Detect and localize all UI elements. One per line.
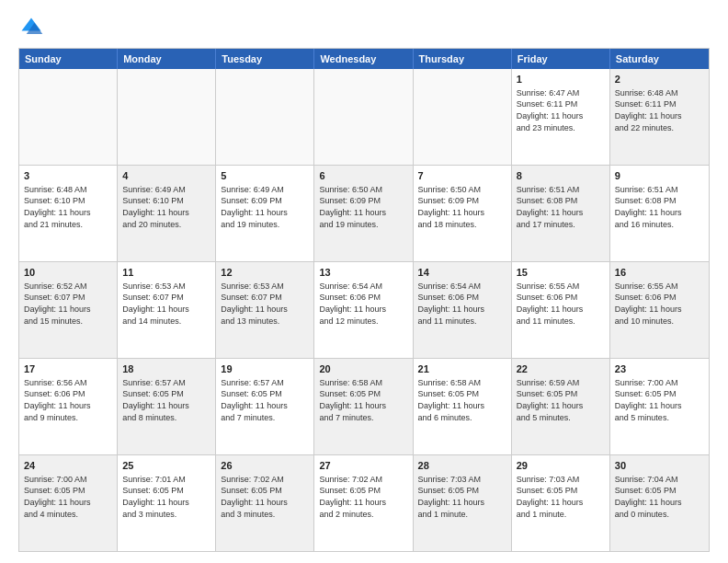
cell-info-text: Sunrise: 7:02 AM bbox=[319, 474, 407, 486]
day-number: 9 bbox=[615, 169, 704, 183]
cell-info-text: Sunset: 6:05 PM bbox=[418, 388, 506, 400]
calendar-cell: 25Sunrise: 7:01 AMSunset: 6:05 PMDayligh… bbox=[118, 455, 216, 551]
calendar-row-4: 17Sunrise: 6:56 AMSunset: 6:06 PMDayligh… bbox=[19, 358, 709, 454]
day-number: 16 bbox=[615, 266, 704, 280]
cell-info-text: Daylight: 11 hours bbox=[319, 497, 407, 509]
cell-info-text: Daylight: 11 hours bbox=[221, 207, 309, 219]
calendar-row-5: 24Sunrise: 7:00 AMSunset: 6:05 PMDayligh… bbox=[19, 454, 709, 551]
calendar-cell: 10Sunrise: 6:52 AMSunset: 6:07 PMDayligh… bbox=[19, 262, 118, 358]
calendar-row-1: 1Sunrise: 6:47 AMSunset: 6:11 PMDaylight… bbox=[19, 69, 709, 165]
calendar-header-thursday: Thursday bbox=[414, 49, 512, 69]
cell-info-text: Daylight: 11 hours bbox=[24, 400, 112, 412]
day-number: 11 bbox=[122, 266, 210, 280]
cell-info-text: Daylight: 11 hours bbox=[517, 400, 605, 412]
calendar-cell: 18Sunrise: 6:57 AMSunset: 6:05 PMDayligh… bbox=[118, 359, 216, 454]
cell-info-text: Daylight: 11 hours bbox=[517, 497, 605, 509]
day-number: 17 bbox=[24, 362, 112, 376]
cell-info-text: and 7 minutes. bbox=[221, 412, 309, 424]
cell-info-text: and 8 minutes. bbox=[122, 412, 210, 424]
cell-info-text: Sunset: 6:05 PM bbox=[319, 485, 407, 497]
cell-info-text: Daylight: 11 hours bbox=[615, 304, 704, 316]
cell-info-text: Sunset: 6:10 PM bbox=[24, 195, 112, 207]
day-number: 23 bbox=[615, 362, 704, 376]
cell-info-text: and 5 minutes. bbox=[615, 412, 704, 424]
cell-info-text: and 19 minutes. bbox=[221, 219, 309, 231]
cell-info-text: and 5 minutes. bbox=[517, 412, 605, 424]
cell-info-text: Sunrise: 6:51 AM bbox=[517, 184, 605, 196]
cell-info-text: and 20 minutes. bbox=[122, 219, 210, 231]
calendar-cell: 19Sunrise: 6:57 AMSunset: 6:05 PMDayligh… bbox=[216, 359, 314, 454]
calendar-row-3: 10Sunrise: 6:52 AMSunset: 6:07 PMDayligh… bbox=[19, 261, 709, 358]
cell-info-text: Sunset: 6:09 PM bbox=[221, 195, 309, 207]
calendar-cell: 13Sunrise: 6:54 AMSunset: 6:06 PMDayligh… bbox=[314, 262, 413, 358]
cell-info-text: Sunset: 6:05 PM bbox=[122, 388, 210, 400]
cell-info-text: Sunset: 6:05 PM bbox=[319, 388, 407, 400]
cell-info-text: Sunset: 6:06 PM bbox=[319, 292, 407, 304]
calendar-cell: 17Sunrise: 6:56 AMSunset: 6:06 PMDayligh… bbox=[19, 359, 118, 454]
day-number: 28 bbox=[418, 459, 506, 473]
cell-info-text: Daylight: 11 hours bbox=[615, 207, 704, 219]
cell-info-text: Sunrise: 6:59 AM bbox=[517, 377, 605, 389]
cell-info-text: Sunset: 6:05 PM bbox=[122, 485, 210, 497]
cell-info-text: Daylight: 11 hours bbox=[221, 497, 309, 509]
calendar-header-tuesday: Tuesday bbox=[216, 49, 314, 69]
cell-info-text: Daylight: 11 hours bbox=[517, 207, 605, 219]
calendar-cell: 4Sunrise: 6:49 AMSunset: 6:10 PMDaylight… bbox=[118, 166, 216, 261]
cell-info-text: Sunset: 6:09 PM bbox=[418, 195, 506, 207]
header bbox=[18, 15, 710, 40]
cell-info-text: Daylight: 11 hours bbox=[221, 400, 309, 412]
calendar-cell bbox=[314, 69, 413, 165]
day-number: 3 bbox=[24, 169, 112, 183]
cell-info-text: Sunset: 6:10 PM bbox=[122, 195, 210, 207]
day-number: 7 bbox=[418, 169, 506, 183]
day-number: 20 bbox=[319, 362, 407, 376]
calendar-cell bbox=[118, 69, 216, 165]
calendar-cell: 1Sunrise: 6:47 AMSunset: 6:11 PMDaylight… bbox=[512, 69, 610, 165]
calendar-cell: 29Sunrise: 7:03 AMSunset: 6:05 PMDayligh… bbox=[512, 455, 610, 551]
cell-info-text: Daylight: 11 hours bbox=[615, 110, 704, 122]
cell-info-text: and 14 minutes. bbox=[122, 316, 210, 327]
calendar-cell bbox=[216, 69, 314, 165]
cell-info-text: Sunset: 6:05 PM bbox=[24, 485, 112, 497]
calendar-cell: 21Sunrise: 6:58 AMSunset: 6:05 PMDayligh… bbox=[414, 359, 512, 454]
day-number: 2 bbox=[615, 73, 704, 86]
cell-info-text: Daylight: 11 hours bbox=[517, 110, 605, 122]
calendar-cell: 16Sunrise: 6:55 AMSunset: 6:06 PMDayligh… bbox=[610, 262, 709, 358]
cell-info-text: Daylight: 11 hours bbox=[24, 497, 112, 509]
cell-info-text: and 1 minute. bbox=[418, 509, 506, 521]
calendar-cell: 27Sunrise: 7:02 AMSunset: 6:05 PMDayligh… bbox=[314, 455, 413, 551]
cell-info-text: Sunset: 6:06 PM bbox=[517, 292, 605, 304]
cell-info-text: and 9 minutes. bbox=[24, 412, 112, 424]
cell-info-text: Sunset: 6:05 PM bbox=[615, 485, 704, 497]
cell-info-text: Sunrise: 6:50 AM bbox=[319, 184, 407, 196]
calendar-cell: 20Sunrise: 6:58 AMSunset: 6:05 PMDayligh… bbox=[314, 359, 413, 454]
cell-info-text: Sunset: 6:06 PM bbox=[24, 388, 112, 400]
cell-info-text: and 23 minutes. bbox=[517, 122, 605, 134]
calendar-cell: 24Sunrise: 7:00 AMSunset: 6:05 PMDayligh… bbox=[19, 455, 118, 551]
calendar-cell bbox=[414, 69, 512, 165]
cell-info-text: and 17 minutes. bbox=[517, 219, 605, 231]
day-number: 14 bbox=[418, 266, 506, 280]
cell-info-text: Sunset: 6:07 PM bbox=[122, 292, 210, 304]
day-number: 25 bbox=[122, 459, 210, 473]
cell-info-text: Daylight: 11 hours bbox=[122, 497, 210, 509]
cell-info-text: Sunrise: 7:04 AM bbox=[615, 474, 704, 486]
cell-info-text: Sunrise: 6:47 AM bbox=[517, 87, 605, 99]
day-number: 6 bbox=[319, 169, 407, 183]
calendar-cell: 26Sunrise: 7:02 AMSunset: 6:05 PMDayligh… bbox=[216, 455, 314, 551]
cell-info-text: and 18 minutes. bbox=[418, 219, 506, 231]
cell-info-text: Daylight: 11 hours bbox=[319, 400, 407, 412]
cell-info-text: Sunrise: 6:49 AM bbox=[122, 184, 210, 196]
calendar-cell: 23Sunrise: 7:00 AMSunset: 6:05 PMDayligh… bbox=[610, 359, 709, 454]
cell-info-text: Sunset: 6:08 PM bbox=[615, 195, 704, 207]
day-number: 8 bbox=[517, 169, 605, 183]
calendar-cell: 5Sunrise: 6:49 AMSunset: 6:09 PMDaylight… bbox=[216, 166, 314, 261]
calendar-cell: 15Sunrise: 6:55 AMSunset: 6:06 PMDayligh… bbox=[512, 262, 610, 358]
cell-info-text: Sunrise: 6:48 AM bbox=[24, 184, 112, 196]
day-number: 29 bbox=[517, 459, 605, 473]
calendar-header-friday: Friday bbox=[512, 49, 610, 69]
cell-info-text: and 13 minutes. bbox=[221, 316, 309, 327]
calendar-cell bbox=[19, 69, 118, 165]
cell-info-text: Sunrise: 6:48 AM bbox=[615, 87, 704, 99]
cell-info-text: Daylight: 11 hours bbox=[221, 304, 309, 316]
